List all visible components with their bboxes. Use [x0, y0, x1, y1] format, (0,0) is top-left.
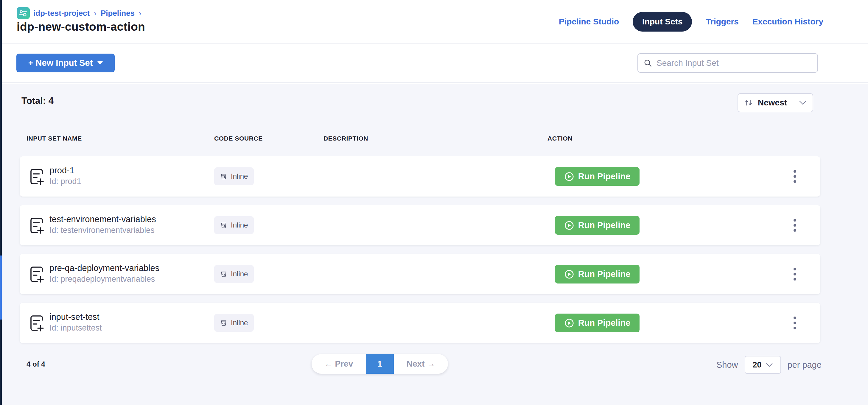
page-size-value: 20: [752, 360, 762, 370]
pipeline-brand-icon: [17, 7, 30, 19]
input-set-id: Id: inputsettest: [50, 322, 102, 333]
new-input-set-button[interactable]: + New Input Set: [17, 54, 115, 72]
code-source-badge: Inline: [214, 314, 254, 332]
pager: ← Prev 1 Next →: [312, 354, 448, 374]
code-source-badge: Inline: [214, 167, 254, 185]
input-set-id: Id: prod1: [50, 176, 81, 187]
code-source-label: Inline: [231, 221, 248, 229]
tab-execution-history[interactable]: Execution History: [752, 17, 823, 27]
breadcrumb-separator: ›: [93, 9, 97, 18]
breadcrumb-separator: ›: [138, 9, 142, 18]
new-input-set-label: + New Input Set: [28, 58, 93, 68]
input-set-name-block: input-set-test Id: inputsettest: [50, 311, 102, 333]
run-pipeline-label: Run Pipeline: [578, 318, 630, 328]
search-input[interactable]: [656, 58, 812, 68]
run-pipeline-label: Run Pipeline: [578, 172, 630, 181]
input-set-id: Id: testenvironementvariables: [50, 225, 156, 236]
collapsed-sidebar-strip[interactable]: [0, 0, 2, 405]
tab-input-sets-active[interactable]: Input Sets: [633, 12, 692, 32]
page-size-group: Show 20 per page: [716, 356, 822, 374]
sort-selected-value: Newest: [758, 98, 794, 107]
input-set-name-block: pre-qa-deployment-variables Id: preqadep…: [50, 262, 159, 284]
total-count: Total: 4: [22, 96, 54, 106]
input-set-name[interactable]: input-set-test: [50, 311, 102, 322]
page-size-select[interactable]: 20: [745, 356, 781, 374]
play-circle-icon: [564, 269, 574, 279]
table-row[interactable]: prod-1 Id: prod1 Inline R: [20, 156, 820, 196]
pipeline-tabs: Pipeline Studio Input Sets Triggers Exec…: [559, 0, 823, 43]
breadcrumb-pipelines-link[interactable]: Pipelines: [101, 9, 135, 18]
kebab-menu-icon[interactable]: [788, 254, 801, 294]
chevron-down-icon: [97, 61, 103, 65]
pagination-range: 4 of 4: [27, 360, 45, 368]
show-label: Show: [716, 360, 738, 370]
inline-store-icon: [220, 319, 227, 326]
pagination-bar: 4 of 4 ← Prev 1 Next → Show 20 per page: [20, 354, 818, 375]
play-circle-icon: [564, 318, 574, 328]
input-set-icon: [29, 168, 45, 187]
inline-store-icon: [220, 173, 227, 180]
input-sets-page: idp-test-project › Pipelines › idp-new-c…: [0, 0, 868, 405]
search-box[interactable]: [638, 53, 818, 73]
tab-triggers[interactable]: Triggers: [706, 17, 738, 27]
chevron-down-icon: [799, 100, 807, 105]
play-circle-icon: [564, 220, 574, 230]
column-header-code-source: CODE SOURCE: [214, 135, 263, 142]
prev-page-button[interactable]: ← Prev: [312, 354, 366, 374]
kebab-menu-icon[interactable]: [788, 303, 801, 343]
page-header: idp-test-project › Pipelines › idp-new-c…: [2, 0, 868, 43]
input-set-name[interactable]: prod-1: [50, 165, 81, 176]
run-pipeline-button[interactable]: Run Pipeline: [555, 265, 640, 283]
input-set-icon: [29, 314, 45, 333]
input-sets-content: Total: 4 Newest INPUT SET NAME CODE SOUR…: [2, 84, 868, 405]
code-source-label: Inline: [231, 319, 248, 327]
input-set-name[interactable]: pre-qa-deployment-variables: [50, 262, 159, 274]
input-set-name-block: prod-1 Id: prod1: [50, 165, 81, 187]
inline-store-icon: [220, 222, 227, 229]
input-set-name[interactable]: test-environement-variables: [50, 214, 156, 225]
run-pipeline-button[interactable]: Run Pipeline: [555, 167, 640, 186]
page-title: idp-new-custom-action: [17, 20, 145, 33]
code-source-label: Inline: [231, 270, 248, 278]
sort-arrows-icon: [744, 98, 753, 107]
run-pipeline-button[interactable]: Run Pipeline: [555, 216, 640, 235]
code-source-badge: Inline: [214, 265, 254, 283]
list-toolbar: + New Input Set: [2, 44, 868, 83]
chevron-down-icon: [766, 363, 773, 367]
breadcrumb: idp-test-project › Pipelines ›: [17, 7, 142, 19]
per-page-label: per page: [787, 360, 822, 370]
code-source-label: Inline: [231, 172, 248, 181]
input-set-id: Id: preqadeploymentvariables: [50, 274, 159, 284]
sort-dropdown[interactable]: Newest: [738, 93, 813, 112]
column-header-name: INPUT SET NAME: [27, 135, 82, 142]
tab-pipeline-studio[interactable]: Pipeline Studio: [559, 17, 619, 27]
table-row[interactable]: pre-qa-deployment-variables Id: preqadep…: [20, 254, 820, 294]
input-set-icon: [29, 265, 45, 284]
column-header-description: DESCRIPTION: [323, 135, 368, 142]
search-icon: [643, 59, 652, 68]
code-source-badge: Inline: [214, 216, 254, 234]
breadcrumb-project-link[interactable]: idp-test-project: [33, 9, 90, 18]
play-circle-icon: [564, 172, 574, 182]
column-header-action: ACTION: [548, 135, 572, 142]
table-header-row: INPUT SET NAME CODE SOURCE DESCRIPTION A…: [20, 135, 818, 147]
run-pipeline-label: Run Pipeline: [578, 269, 630, 279]
input-set-rows: prod-1 Id: prod1 Inline R: [20, 156, 820, 352]
table-row[interactable]: input-set-test Id: inputsettest Inline: [20, 303, 820, 343]
kebab-menu-icon[interactable]: [788, 205, 801, 245]
run-pipeline-button[interactable]: Run Pipeline: [555, 314, 640, 332]
inline-store-icon: [220, 271, 227, 278]
current-page-button[interactable]: 1: [366, 354, 394, 374]
table-row[interactable]: test-environement-variables Id: testenvi…: [20, 205, 820, 245]
input-set-name-block: test-environement-variables Id: testenvi…: [50, 214, 156, 236]
run-pipeline-label: Run Pipeline: [578, 220, 630, 230]
next-page-button[interactable]: Next →: [394, 354, 448, 374]
sidebar-scroll-thumb[interactable]: [0, 255, 2, 319]
kebab-menu-icon[interactable]: [788, 156, 801, 196]
input-set-icon: [29, 217, 45, 236]
